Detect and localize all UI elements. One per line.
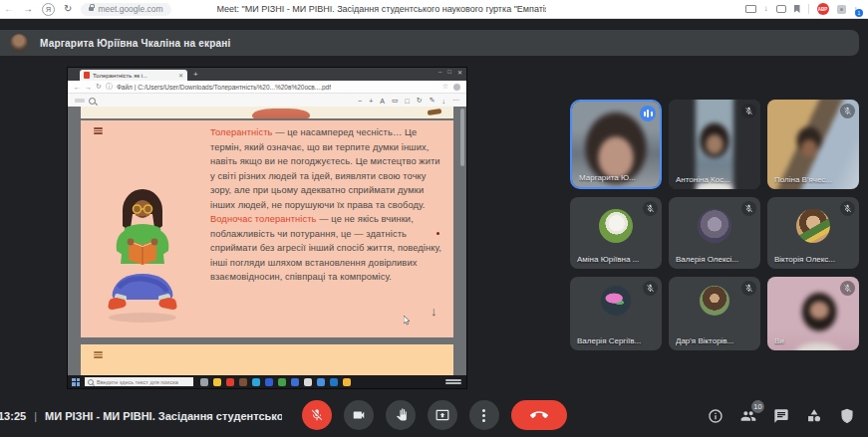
mic-off-icon: [840, 104, 855, 118]
activities-button[interactable]: [806, 408, 822, 424]
more-options-button[interactable]: [469, 400, 499, 430]
highlighted-term: Толерантність: [210, 127, 273, 137]
host-controls-button[interactable]: [839, 408, 855, 424]
present-button[interactable]: [428, 400, 457, 430]
lock-icon: [89, 7, 94, 11]
reading-person-illustration: [93, 176, 192, 328]
browser-toolbar-icons: ↓ ABP ↓ 1: [745, 3, 859, 15]
meeting-panels: 10: [708, 408, 855, 424]
edge-forward-icon[interactable]: →: [85, 84, 92, 91]
task-view-icon[interactable]: [200, 378, 208, 386]
photos-brown-icon[interactable]: [239, 378, 247, 386]
new-tab-icon[interactable]: +: [193, 71, 198, 79]
participant-count-badge: 10: [751, 400, 764, 413]
scroll-down-arrow: ↓: [431, 304, 437, 319]
draw-icon[interactable]: ✎: [430, 97, 435, 105]
edge-address-bar[interactable]: ← → ↻ ⓘ Файл | C:/Users/User/Downloads/Т…: [68, 81, 466, 94]
edge-reload-icon[interactable]: ↻: [96, 83, 102, 91]
participant-tile-self[interactable]: Ви: [767, 277, 859, 350]
presenting-banner: Маргарита Юріївна Чкаліна на екрані: [0, 30, 859, 56]
maximize-icon[interactable]: □: [447, 69, 451, 76]
chat-button[interactable]: [773, 408, 789, 424]
participant-name: Ви: [774, 336, 855, 345]
slide2-menu-icon: [94, 351, 103, 358]
word-blue-icon[interactable]: [265, 378, 273, 386]
slide-text-run: — це насамперед чесність… Це термін, яки…: [210, 127, 440, 210]
zoom-out-icon[interactable]: −: [358, 98, 362, 105]
url-text: meet.google.com: [98, 4, 162, 14]
pdf-content[interactable]: Толерантність — це насамперед чесність… …: [68, 107, 466, 375]
save-icon[interactable]: ↓: [442, 98, 446, 105]
participant-tile[interactable]: Поліна В'ячес...: [767, 100, 859, 189]
telegram-icon[interactable]: [252, 378, 260, 386]
download-arrow-icon[interactable]: ↓: [764, 5, 768, 13]
edge-toolbar-right: ☆: [442, 83, 460, 91]
camera-button[interactable]: [344, 400, 374, 430]
minimize-icon[interactable]: –: [438, 69, 441, 76]
participant-tile[interactable]: Аміна Юріївна ...: [570, 197, 662, 269]
page-view-icon[interactable]: □: [406, 98, 410, 105]
downloads-icon[interactable]: ↓ 1: [854, 4, 859, 14]
shared-screen-window[interactable]: Толерантність як і... ✕ + – □ ✕ ← → ↻ ⓘ …: [68, 68, 466, 388]
adblock-badge[interactable]: ABP: [817, 3, 829, 15]
favorite-star-icon[interactable]: ☆: [442, 83, 448, 91]
page-info-icon[interactable]: ⓘ: [106, 82, 113, 92]
zoom-in-icon[interactable]: +: [369, 98, 373, 105]
fit-page-icon[interactable]: ▭: [392, 97, 399, 105]
more-icon[interactable]: ⋯: [452, 97, 459, 105]
toolbar-divider: [808, 4, 809, 14]
read-aloud-icon[interactable]: A: [380, 98, 385, 105]
participant-tile[interactable]: Маргарита Ю...: [570, 100, 662, 189]
app-light-icon[interactable]: [304, 378, 312, 386]
extension-icon[interactable]: [837, 5, 846, 14]
participant-name: Аміна Юріївна ...: [577, 255, 658, 264]
raise-hand-button[interactable]: [386, 400, 416, 430]
participant-tile[interactable]: Валерія Олексі...: [669, 197, 760, 269]
back-icon[interactable]: ←: [4, 4, 14, 14]
edge-back-icon[interactable]: ←: [74, 84, 81, 91]
brush-illustration: [428, 109, 442, 115]
app-blue-icon[interactable]: [291, 378, 299, 386]
taskbar-search-input[interactable]: Введите здесь текст для поиска: [85, 377, 193, 386]
browser-red-icon[interactable]: [226, 378, 234, 386]
app-yellow-icon[interactable]: [343, 378, 351, 386]
mic-off-icon: [643, 281, 658, 296]
meet-bottom-bar: 13:25 | МИ РІЗНІ - МИ РІВНІ. Засідання с…: [0, 393, 868, 437]
meeting-details-button[interactable]: [708, 408, 723, 424]
pdf-tab-title: Толерантність як і...: [93, 73, 175, 79]
presenting-banner-text: Маргарита Юріївна Чкаліна на екрані: [40, 38, 230, 49]
participant-tile[interactable]: Валерія Сергіїв...: [570, 277, 662, 350]
profile-icon[interactable]: [453, 84, 460, 91]
pdf-toolbar-actions: −+A▭□↻✎↓⋯: [358, 97, 459, 105]
chat-extension-icon[interactable]: [776, 5, 786, 13]
forward-icon[interactable]: →: [23, 4, 33, 14]
cast-icon[interactable]: [745, 5, 756, 13]
file-explorer-icon[interactable]: [213, 378, 221, 386]
pdf-scrollbar[interactable]: [460, 109, 464, 166]
edge-blue-icon[interactable]: [330, 378, 338, 386]
meeting-title: МИ РІЗНІ - МИ РІВНІ. Засідання студентсь…: [45, 410, 282, 422]
pdf-search-icon[interactable]: [89, 98, 96, 105]
rotate-icon[interactable]: ↻: [417, 97, 423, 105]
pdf-previous-page-edge: [81, 107, 453, 118]
close-icon[interactable]: ✕: [457, 69, 462, 76]
browser-page-title: Meet: "МИ РІЗНІ - МИ РІВНІ. Засідання ст…: [217, 4, 546, 14]
end-call-button[interactable]: [511, 400, 567, 430]
skype-blue-icon[interactable]: [317, 378, 325, 386]
app-green-icon[interactable]: [278, 378, 286, 386]
participants-button[interactable]: 10: [740, 408, 756, 424]
bookmark-icon[interactable]: [794, 5, 800, 13]
participant-tile[interactable]: Вікторія Олекс...: [767, 197, 859, 269]
edge-tab-strip: Толерантність як і... ✕ + – □ ✕: [68, 68, 466, 81]
yandex-icon[interactable]: Я: [42, 3, 55, 16]
address-bar[interactable]: meet.google.com: [81, 3, 170, 16]
slide-menu-icon: [94, 127, 103, 134]
start-button-icon[interactable]: [72, 378, 80, 386]
participant-tile[interactable]: Антоніна Кос...: [669, 100, 760, 189]
mic-mute-button[interactable]: [302, 400, 332, 430]
reload-icon[interactable]: ↻: [64, 4, 72, 14]
meeting-info: 13:25 | МИ РІЗНІ - МИ РІВНІ. Засідання с…: [0, 410, 282, 422]
pdf-tab[interactable]: Толерантність як і... ✕: [80, 70, 187, 81]
tab-close-icon[interactable]: ✕: [178, 72, 183, 79]
participant-tile[interactable]: Дар'я Вікторів...: [669, 277, 760, 350]
